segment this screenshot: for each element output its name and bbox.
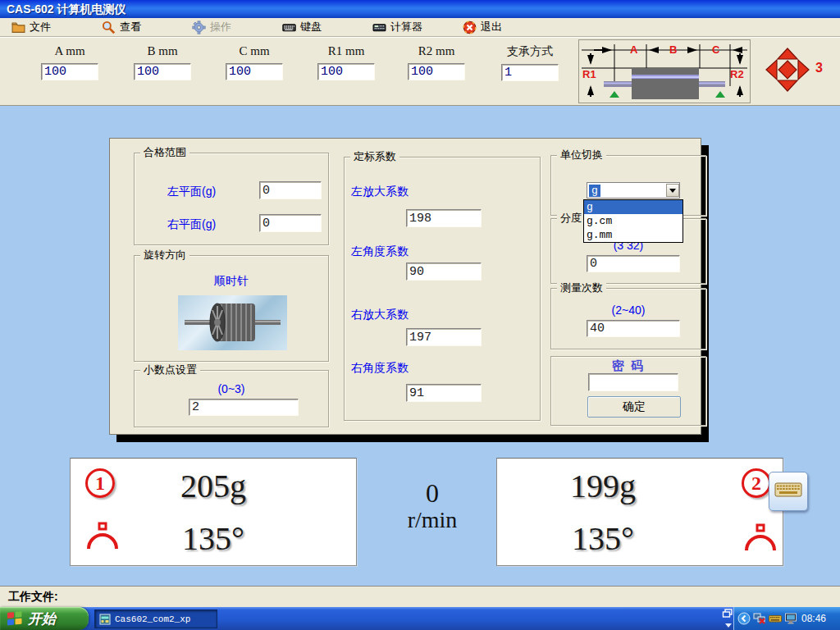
measure-count-input[interactable] — [587, 320, 680, 337]
diagram-label-r1: R1 — [582, 68, 596, 80]
group-password: 密 码 确定 — [550, 356, 706, 426]
left-gain-input[interactable] — [406, 209, 482, 227]
field-c-input[interactable] — [226, 63, 283, 80]
unit-combobox[interactable]: g — [587, 182, 680, 199]
client-area: 合格范围 左平面(g) 右平面(g) 旋转方向 顺时针 — [0, 106, 840, 586]
title-bar[interactable]: CAS-602 计算机电测仪 — [0, 0, 840, 18]
app-window-icon — [99, 614, 111, 625]
left-angle-label: 左角度系数 — [351, 244, 409, 259]
field-r2: R2 mm — [404, 44, 469, 80]
field-b-input[interactable] — [134, 63, 191, 80]
left-plane-input[interactable] — [259, 181, 322, 199]
calculator-icon — [372, 21, 386, 34]
app-window: CAS-602 计算机电测仪 文件 查看 操作 键盘 计算器 退出 — [0, 0, 840, 630]
dropdown-arrow-icon — [725, 623, 732, 628]
gear-icon — [192, 21, 206, 34]
magnifier-icon — [102, 21, 116, 34]
group-division-title: 分度 — [557, 212, 585, 225]
display-settings-icon[interactable] — [784, 612, 797, 625]
field-r2-label: R2 mm — [404, 44, 469, 58]
exit-icon — [463, 21, 477, 34]
password-input[interactable] — [588, 373, 678, 391]
left-plane-label: 左平面(g) — [167, 185, 216, 199]
menu-item-operate-label: 操作 — [210, 20, 231, 34]
taskbar: 开始 Cas602_com2_xp — [0, 607, 840, 630]
unit-option-gmm[interactable]: g.mm — [584, 228, 682, 242]
left-angle-input[interactable] — [406, 262, 482, 281]
unit-dropdown-list: g g.cm g.mm — [583, 199, 683, 243]
group-rotation-direction: 旋转方向 顺时针 — [134, 255, 329, 362]
tray-keyboard-icon[interactable] — [769, 612, 782, 625]
field-r1-input[interactable] — [317, 63, 375, 80]
combo-dropdown-button[interactable] — [666, 184, 679, 197]
password-ok-button[interactable]: 确定 — [587, 396, 681, 418]
chevron-down-icon — [669, 189, 676, 193]
hide-icons-chevron-icon[interactable] — [737, 612, 751, 625]
left-plane-display: 1 205g 135° — [70, 458, 357, 566]
direction-arrows-icon[interactable] — [765, 48, 810, 92]
parameter-bar: A mm B mm C mm R1 mm R2 mm 支承方式 — [0, 37, 840, 106]
division-input[interactable] — [587, 255, 680, 272]
system-tray: 08:46 — [733, 607, 840, 630]
field-a: A mm — [37, 44, 103, 80]
menu-item-calculator-label: 计算器 — [390, 20, 422, 34]
window-restore-icon — [724, 609, 733, 617]
right-plane-display: 199g 2 135° — [496, 458, 783, 566]
window-title: CAS-602 计算机电测仪 — [7, 2, 126, 16]
rotor-image — [178, 295, 287, 350]
measure-count-range-hint: (2~40) — [551, 304, 705, 317]
unit-option-gcm[interactable]: g.cm — [584, 214, 682, 228]
diagram-label-c: C — [712, 43, 720, 56]
menu-bar: 文件 查看 操作 键盘 计算器 退出 — [0, 18, 840, 37]
field-c-label: C mm — [221, 44, 287, 58]
menu-item-file[interactable]: 文件 — [7, 18, 56, 36]
left-angle-value: 135° — [71, 519, 356, 558]
group-decimal-title: 小数点设置 — [140, 363, 200, 377]
field-r2-input[interactable] — [408, 63, 465, 80]
field-a-label: A mm — [37, 44, 103, 58]
keyboard-icon — [282, 21, 296, 34]
unit-option-g[interactable]: g — [584, 200, 682, 214]
group-calibration-title: 定标系数 — [350, 150, 399, 163]
menu-item-exit-label: 退出 — [481, 20, 502, 34]
menu-item-keyboard[interactable]: 键盘 — [277, 18, 326, 36]
field-support-input[interactable] — [501, 64, 559, 81]
virtual-keyboard-button[interactable] — [769, 472, 808, 511]
menu-item-operate: 操作 — [187, 18, 236, 36]
plane-2-badge: 2 — [742, 468, 771, 498]
start-button[interactable]: 开始 — [0, 607, 89, 630]
right-angle-input[interactable] — [406, 384, 482, 402]
menu-item-view[interactable]: 查看 — [97, 18, 146, 36]
menu-item-file-label: 文件 — [30, 20, 51, 34]
task-button-label: Cas602_com2_xp — [115, 614, 190, 624]
field-c: C mm — [221, 44, 287, 80]
field-a-input[interactable] — [41, 63, 98, 80]
diagram-label-r2: R2 — [730, 68, 744, 80]
decimal-input[interactable] — [189, 399, 299, 416]
diagram-label-b: B — [669, 43, 677, 56]
start-button-label: 开始 — [28, 609, 56, 628]
menu-item-exit[interactable]: 退出 — [458, 18, 507, 36]
right-gain-input[interactable] — [406, 328, 482, 346]
taskbar-clock[interactable]: 08:46 — [801, 613, 826, 624]
field-b: B mm — [130, 44, 195, 80]
group-qualified-range-title: 合格范围 — [140, 146, 189, 159]
right-plane-input[interactable] — [259, 214, 322, 232]
field-support: 支承方式 — [494, 44, 566, 81]
group-rotation-title: 旋转方向 — [140, 249, 189, 262]
field-support-label: 支承方式 — [494, 44, 566, 59]
group-measure-count-title: 测量次数 — [557, 281, 606, 294]
right-amount-value: 199g — [460, 467, 746, 505]
group-calibration: 定标系数 左放大系数 左角度系数 右放大系数 右角度系数 — [344, 157, 541, 421]
rotation-direction-value: 顺时针 — [135, 274, 328, 289]
group-decimal-setting: 小数点设置 (0~3) — [134, 370, 329, 427]
unit-combobox-value: g — [589, 185, 600, 197]
settings-panel: 合格范围 左平面(g) 右平面(g) 旋转方向 顺时针 — [109, 138, 701, 435]
menu-item-calculator[interactable]: 计算器 — [368, 18, 427, 36]
diagram-label-a: A — [630, 43, 638, 56]
network-disconnected-icon[interactable] — [753, 612, 766, 625]
taskbar-task-cas602[interactable]: Cas602_com2_xp — [94, 609, 217, 628]
field-b-label: B mm — [130, 44, 195, 58]
right-gain-label: 右放大系数 — [351, 308, 409, 322]
group-unit-switch-title: 单位切换 — [557, 148, 606, 162]
